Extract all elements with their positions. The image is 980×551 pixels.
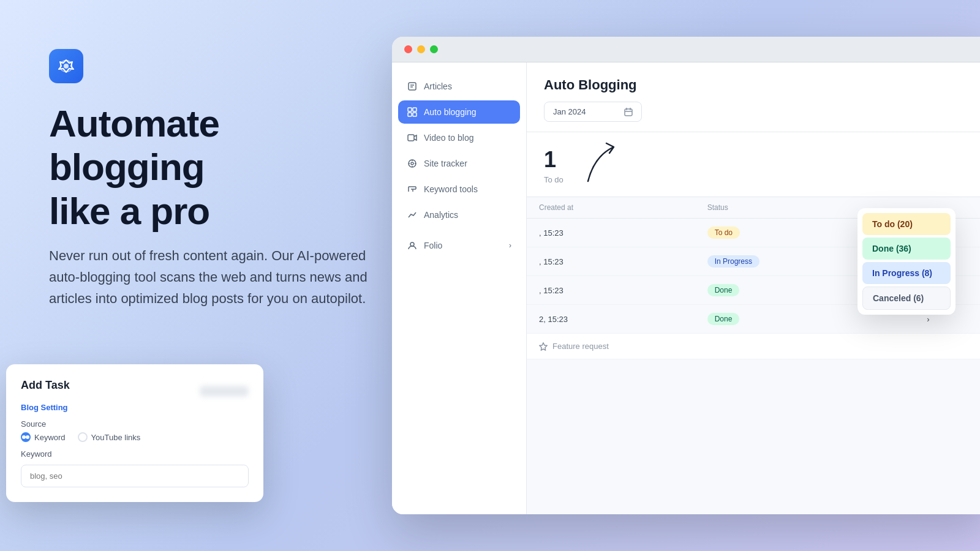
stats-item-canceled[interactable]: Canceled (6) — [862, 287, 951, 310]
traffic-light-green[interactable] — [430, 45, 438, 53]
form-section-label: Blog Setting — [21, 403, 249, 412]
main-header: Auto Blogging Jan 2024 — [527, 62, 980, 132]
sidebar: Articles Auto blogging — [392, 62, 527, 514]
main-title: Auto Blogging — [544, 77, 975, 93]
sidebar-label-analytics: Analytics — [424, 210, 458, 220]
stats-item-inprogress[interactable]: In Progress (8) — [862, 262, 951, 284]
video-icon — [407, 132, 418, 143]
radio-group-source: Keyword YouTube links — [21, 432, 249, 442]
folio-icon — [407, 240, 418, 251]
window-titlebar — [392, 37, 980, 62]
radio-keyword[interactable]: Keyword — [21, 432, 66, 442]
cell-created-at: 2, 15:23 — [527, 305, 695, 334]
stats-popup: To do (20) Done (36) In Progress (8) Can… — [858, 208, 956, 315]
date-picker-value: Jan 2024 — [553, 107, 586, 116]
svg-point-15 — [410, 242, 414, 246]
sidebar-label-keyword-tools: Keyword tools — [424, 184, 478, 194]
stat-number-todo: 1 — [544, 147, 564, 173]
hero-subtitle: Never run out of fresh content again. Ou… — [49, 245, 380, 310]
svg-rect-1 — [409, 83, 416, 90]
sidebar-label-auto-blogging: Auto blogging — [424, 107, 477, 117]
cell-created-at: , 15:23 — [527, 276, 695, 305]
date-picker[interactable]: Jan 2024 — [544, 102, 642, 122]
cell-created-at: , 15:23 — [527, 219, 695, 247]
radio-label-youtube: YouTube links — [91, 433, 141, 442]
sidebar-label-video-to-blog: Video to blog — [424, 133, 473, 143]
sidebar-item-auto-blogging[interactable]: Auto blogging — [398, 100, 520, 124]
radio-youtube[interactable]: YouTube links — [78, 432, 141, 442]
sidebar-item-analytics[interactable]: Analytics — [398, 203, 520, 227]
stat-label-todo: To do — [544, 175, 564, 184]
svg-rect-4 — [408, 108, 412, 111]
status-badge: Done — [707, 313, 740, 325]
radio-dot-youtube — [78, 432, 88, 442]
svg-rect-8 — [408, 135, 414, 141]
status-badge: To do — [707, 227, 740, 239]
sidebar-label-folio: Folio — [424, 241, 442, 250]
svg-point-10 — [411, 162, 413, 165]
auto-blogging-icon — [407, 107, 418, 118]
articles-icon — [407, 81, 418, 92]
stats-item-done[interactable]: Done (36) — [862, 238, 951, 260]
svg-rect-7 — [413, 113, 417, 116]
svg-rect-5 — [413, 108, 417, 111]
keyword-input[interactable] — [21, 465, 249, 487]
feature-request-label: Feature request — [552, 342, 609, 351]
analytics-icon — [407, 209, 418, 220]
sidebar-item-site-tracker[interactable]: Site tracker — [398, 152, 520, 175]
feature-request-row: Feature request — [527, 334, 980, 359]
site-tracker-icon — [407, 158, 418, 169]
folio-arrow: › — [509, 241, 511, 250]
keyword-icon — [407, 184, 418, 195]
svg-rect-6 — [408, 113, 412, 116]
status-badge: Done — [707, 284, 740, 296]
col-created-at: Created at — [527, 197, 695, 219]
sidebar-label-site-tracker: Site tracker — [424, 159, 467, 168]
radio-label-keyword: Keyword — [34, 433, 66, 442]
hero-title: Automate blogging like a pro — [49, 102, 380, 233]
sidebar-label-articles: Articles — [424, 81, 452, 91]
sidebar-item-folio[interactable]: Folio › — [398, 234, 520, 257]
traffic-light-yellow[interactable] — [417, 45, 425, 53]
sidebar-item-video-to-blog[interactable]: Video to blog — [398, 126, 520, 149]
logo-container — [49, 49, 380, 83]
sidebar-item-keyword-tools[interactable]: Keyword tools — [398, 178, 520, 201]
stats-item-todo[interactable]: To do (20) — [862, 213, 951, 235]
add-task-popup: Add Task Blog Setting Source Keyword You… — [6, 364, 263, 502]
radio-dot-keyword — [21, 432, 31, 442]
logo-icon — [49, 49, 83, 83]
cell-created-at: , 15:23 — [527, 247, 695, 276]
svg-marker-20 — [540, 343, 547, 350]
svg-rect-16 — [625, 109, 632, 116]
popup-title: Add Task — [21, 379, 70, 392]
keyword-label: Keyword — [21, 449, 249, 459]
popup-blur-badge — [200, 386, 249, 397]
arrow-decoration — [570, 138, 625, 187]
traffic-light-red[interactable] — [404, 45, 412, 53]
sidebar-item-articles[interactable]: Articles — [398, 75, 520, 98]
status-badge: In Progress — [707, 255, 760, 268]
svg-point-0 — [64, 64, 69, 69]
source-label: Source — [21, 419, 249, 429]
